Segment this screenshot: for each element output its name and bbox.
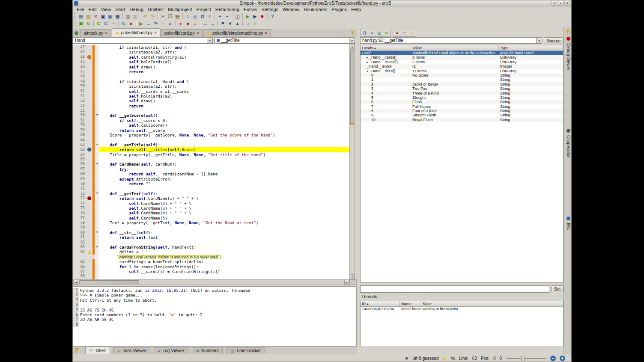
fold-margin[interactable] [95, 55, 99, 59]
method-combo[interactable]: __getTitle ▾ [215, 37, 355, 44]
fold-margin[interactable] [95, 74, 99, 79]
code-line-48[interactable]: 48 [73, 74, 349, 79]
menu-file[interactable]: File [75, 7, 86, 12]
code-line-59[interactable]: 59 return self.__score [73, 128, 349, 133]
code-text[interactable]: isinstance(a2, str): [99, 50, 349, 54]
code-text[interactable]: delims = ' ' [99, 249, 349, 254]
editor-horizontal-scrollbar[interactable]: ◀ ▶ [73, 279, 349, 285]
show-source-button[interactable]: {} [361, 30, 368, 36]
fold-margin[interactable] [95, 211, 99, 215]
marker-margin[interactable] [86, 162, 92, 166]
code-line-45[interactable]: 45 self.holdCards(a2) [73, 59, 349, 64]
code-text[interactable]: def cardsFromString(self, handText): [99, 245, 349, 249]
menu-bookmarks[interactable]: Bookmarks [301, 7, 329, 12]
shell-line[interactable]: 4 [73, 303, 356, 307]
fold-margin[interactable] [95, 269, 99, 274]
locals-row[interactable]: _Hand__score-1Integer [361, 64, 563, 68]
scroll-right-icon[interactable]: ▶ [344, 280, 349, 285]
code-line-66[interactable]: 66▼ def CardName(self, cardNum): [73, 162, 349, 166]
code-text[interactable] [99, 225, 349, 230]
filter-icon[interactable] [75, 348, 79, 353]
code-text[interactable]: self.CardName(2) + " " + \ [99, 201, 349, 206]
open-button[interactable]: ▧ [85, 13, 92, 20]
marker-margin[interactable] [86, 186, 92, 191]
find-in-files-button[interactable]: ○ [244, 20, 251, 27]
locals-row[interactable]: 5StraightString [361, 95, 563, 100]
tab-pokerlib-simplemachine.py[interactable]: pokerlib/simplemachine.py✕ [203, 29, 271, 37]
code-line-70[interactable]: 70 return "" [73, 181, 349, 186]
fold-margin[interactable]: ▼ [95, 142, 99, 147]
zoom-in-button[interactable]: + [216, 13, 224, 20]
code-line-62[interactable]: 62▼ def __getTitle(self): [73, 142, 349, 147]
info-marker-icon[interactable] [87, 55, 91, 59]
code-line-57[interactable]: 57 if self.__score < 0: [73, 118, 349, 123]
fold-margin[interactable] [95, 128, 99, 133]
fold-margin[interactable] [95, 172, 99, 176]
shell-panel[interactable]: 1Python 3.3.2 (default, Jun 13 2013, 16:… [73, 286, 357, 346]
code-line-76[interactable]: 76 self.CardName(4) + " " + \ [73, 211, 349, 215]
search-next-button[interactable]: ◎ [191, 13, 199, 20]
code-editor[interactable]: 42 if isinstance(a1, str) and \43 isinst… [73, 44, 349, 279]
permissions-indicator[interactable]: rw [450, 356, 455, 361]
code-text[interactable]: return self.__score [99, 128, 349, 133]
fold-margin[interactable] [95, 220, 99, 225]
code-text[interactable] [99, 274, 349, 279]
bookmark-toggle-button[interactable]: ⚑ [219, 20, 227, 27]
fold-margin[interactable] [95, 274, 99, 279]
scroll-down-icon[interactable]: ▼ [350, 274, 355, 279]
scroll-left-icon[interactable]: ◀ [73, 280, 78, 285]
locals-row[interactable]: ▸_Hand__cards[]5 itemsList/Array [361, 55, 563, 59]
code-text[interactable]: Text = property(__getText, None, None, "… [99, 220, 349, 225]
bookmark-next-button[interactable]: ▼ [227, 20, 234, 27]
unittest-restart-button[interactable]: ↻ [85, 20, 92, 27]
code-text[interactable]: Title = property(__getTitle, None, None,… [99, 152, 349, 157]
code-line-43[interactable]: 43 isinstance(a2, str): [73, 50, 349, 54]
debug-script-button[interactable]: ▶ [251, 13, 259, 20]
close-window-button[interactable]: ✕ [564, 1, 570, 6]
shell-line[interactable]: 53S AS 7S 2H 4S [73, 308, 356, 312]
code-line-71[interactable]: 71 [73, 186, 349, 191]
error-marker-icon[interactable] [87, 196, 91, 200]
fold-margin[interactable] [95, 65, 99, 69]
code-text[interactable]: self.calcScore() [99, 123, 349, 128]
code-line-81[interactable]: 81 return self.Text [73, 235, 349, 240]
bookmark-previous-button[interactable]: ▲ [234, 20, 241, 27]
code-line-68[interactable]: 68 return self.__cards[cardNum - 1].Name [73, 172, 349, 176]
back-button[interactable]: ← [202, 20, 209, 27]
marker-margin[interactable] [86, 84, 92, 89]
marker-margin[interactable] [86, 123, 92, 128]
editor-vertical-scrollbar[interactable]: ▲ ▼ [349, 44, 355, 279]
sidebar-tab-cooperation[interactable]: Cooperation [564, 129, 572, 158]
search-button[interactable]: ○ [184, 13, 191, 20]
class-combo[interactable]: Hand ▾ [73, 37, 213, 44]
save-all-button[interactable]: ▦ [114, 13, 121, 20]
code-text[interactable]: self.holdCards(a2) [99, 94, 349, 98]
locals-row[interactable]: 10Royal FlushString [361, 118, 563, 122]
code-text[interactable]: self.CardName(5) [99, 216, 349, 220]
code-text[interactable]: if isinstance(a1, Hand) and \ [99, 79, 349, 84]
marker-margin[interactable] [86, 191, 92, 196]
step-out-button[interactable]: ↑ [159, 20, 167, 27]
code-line-63[interactable]: 63 return self.__titles[self.Score] [73, 147, 349, 152]
shell-line[interactable]: 6Enter card numbers (1 to 5) to hold, 'q… [73, 312, 356, 317]
close-file-button[interactable]: ✕ [92, 13, 99, 20]
fold-margin[interactable] [95, 104, 99, 108]
code-line-46[interactable]: 46 self.draw() [73, 65, 349, 69]
bottom-tab-task-viewer[interactable]: ✓Task-Viewer [113, 347, 151, 354]
marker-margin[interactable] [86, 167, 92, 172]
marker-margin[interactable] [86, 264, 92, 269]
code-line-61[interactable]: 61 [73, 137, 349, 142]
stop-script-button[interactable]: ■ [259, 13, 266, 20]
code-text[interactable]: for i in range(len(cardStrings)): [99, 264, 349, 269]
marker-margin[interactable] [86, 206, 92, 211]
marker-margin[interactable] [86, 133, 92, 137]
code-line-84[interactable]: 84 delims = ' ' [73, 249, 349, 254]
next-breakpoint-button[interactable]: ● [184, 20, 191, 27]
filter-icon[interactable] [566, 30, 570, 34]
code-text[interactable]: def __getTitle(self): [99, 142, 349, 147]
variable-set-input[interactable] [360, 285, 549, 293]
fold-margin[interactable] [95, 181, 99, 186]
locals-row[interactable]: 0No ScoreString [361, 73, 563, 77]
locals-header-row[interactable]: Locals▴ Value Type [361, 45, 563, 51]
marker-margin[interactable] [86, 45, 92, 50]
